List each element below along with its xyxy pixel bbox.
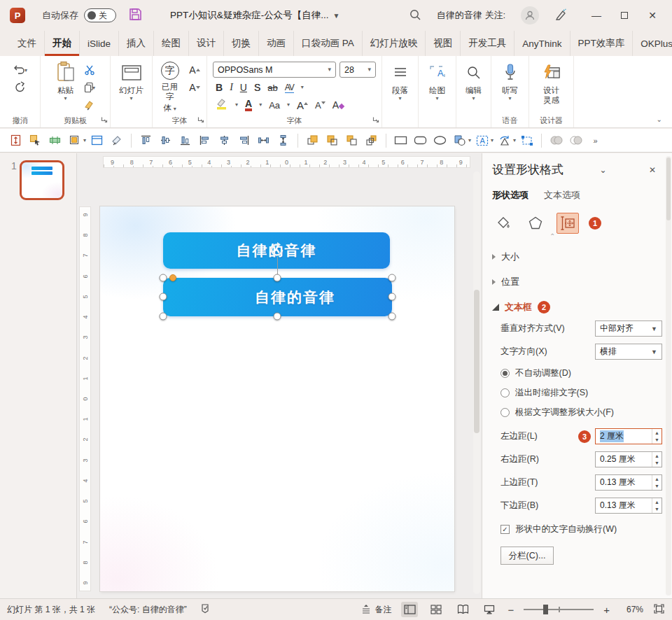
align-bottom-icon[interactable]: [176, 132, 194, 149]
shapes-dropdown-icon[interactable]: ▾: [468, 137, 471, 143]
selection-handle[interactable]: [388, 313, 396, 320]
bottom-margin-input[interactable]: 0.13 厘米 ▲▼: [595, 498, 662, 514]
slide-thumbnail[interactable]: [20, 160, 64, 200]
notes-collapse-icon[interactable]: [360, 604, 372, 616]
align-right-icon[interactable]: [235, 132, 253, 149]
font-name-combo[interactable]: OPPOSans M▾: [213, 62, 336, 78]
columns-button[interactable]: 分栏(C)...: [500, 547, 554, 565]
spinner-arrows-icon[interactable]: ▲▼: [652, 498, 662, 513]
collapse-ribbon-icon[interactable]: ⌄: [657, 115, 662, 123]
bold-button[interactable]: B: [216, 82, 223, 93]
font-color-button[interactable]: A: [245, 99, 252, 111]
selection-handle[interactable]: [160, 293, 167, 301]
bring-to-front-icon[interactable]: [323, 132, 341, 149]
slideshow-view-button[interactable]: [481, 602, 498, 617]
left-margin-input[interactable]: 2 厘米 ▲▼: [595, 428, 662, 444]
title-dropdown-icon[interactable]: ▼: [333, 12, 340, 20]
distribute-shape-icon[interactable]: [46, 132, 64, 149]
panel-close-icon[interactable]: ✕: [643, 165, 662, 175]
text-direction-dropdown[interactable]: 横排▼: [595, 344, 662, 360]
used-fonts-button[interactable]: 字 已用字 体 ▾: [155, 59, 184, 115]
canvas-vertical-scrollbar[interactable]: [473, 171, 480, 594]
account-text[interactable]: 自律的音律 关注:: [437, 9, 505, 22]
format-painter-icon[interactable]: [80, 98, 99, 112]
text-box-icon[interactable]: A: [473, 132, 491, 149]
shrink-font-small-button[interactable]: A: [186, 80, 204, 94]
size-properties-icon[interactable]: [556, 213, 579, 234]
close-button[interactable]: ✕: [638, 3, 666, 27]
merge-shapes-intersect-icon[interactable]: [567, 132, 584, 149]
used-fonts-dialog-launcher-icon[interactable]: [197, 115, 204, 125]
redo-button[interactable]: [11, 80, 29, 94]
highlight-color-button[interactable]: [216, 98, 228, 112]
rotate-handle-icon[interactable]: [269, 241, 286, 258]
font-size-combo[interactable]: 28▾: [340, 62, 376, 78]
tab-slideshow[interactable]: 幻灯片放映: [363, 31, 426, 56]
right-margin-input[interactable]: 0.25 厘米 ▲▼: [595, 451, 662, 467]
grow-font-small-button[interactable]: A: [186, 63, 204, 77]
shapes-gallery-icon[interactable]: [451, 132, 468, 149]
zoom-slider-thumb[interactable]: [543, 605, 548, 614]
italic-button[interactable]: I: [230, 82, 233, 93]
tab-file[interactable]: 文件: [10, 31, 45, 56]
tab-anythink[interactable]: AnyThink: [514, 31, 570, 56]
tab-pocket-animation[interactable]: 口袋动画 PA: [294, 31, 363, 56]
panel-scrollbar[interactable]: [666, 156, 671, 596]
distribute-horizontal-icon[interactable]: [255, 132, 272, 149]
drawing-button[interactable]: A 绘图 ▾: [426, 59, 449, 115]
fill-line-icon[interactable]: [492, 213, 514, 234]
strikethrough-button[interactable]: ab: [267, 83, 277, 93]
tab-draw[interactable]: 绘图: [154, 31, 189, 56]
reading-view-button[interactable]: [454, 602, 471, 617]
selection-handle[interactable]: [274, 274, 281, 282]
case-dropdown-icon[interactable]: ▾: [287, 102, 290, 108]
tab-developer[interactable]: 开发工具: [461, 31, 514, 56]
avatar[interactable]: [521, 6, 539, 24]
grow-font-button[interactable]: A: [297, 99, 308, 111]
paragraph-button[interactable]: 段落 ▾: [389, 59, 411, 115]
distribute-vertical-icon[interactable]: [274, 132, 292, 149]
wrap-text-checkbox[interactable]: ✓ 形状中的文字自动换行(W): [492, 523, 662, 535]
tab-animations[interactable]: 动画: [259, 31, 294, 56]
rotate-shape-icon[interactable]: [496, 132, 513, 149]
radio-resize-shape[interactable]: 根据文字调整形状大小(F): [492, 407, 662, 418]
copy-icon[interactable]: ▾: [80, 80, 99, 94]
radio-no-autofit[interactable]: 不自动调整(D): [492, 367, 662, 379]
tab-view[interactable]: 视图: [426, 31, 461, 56]
text-box-dropdown-icon[interactable]: ▾: [491, 137, 493, 143]
panel-tab-shape-options[interactable]: 形状选项: [492, 189, 528, 202]
effects-icon[interactable]: [524, 213, 547, 234]
clear-formatting-button[interactable]: A: [332, 99, 344, 111]
top-margin-input[interactable]: 0.13 厘米 ▲▼: [595, 474, 662, 491]
autosave-toggle[interactable]: 关: [84, 8, 116, 22]
toolbar-overflow-icon[interactable]: »: [587, 132, 604, 149]
panel-collapse-icon[interactable]: ⌄: [593, 165, 612, 175]
highlight-dropdown-icon[interactable]: ▾: [235, 102, 238, 108]
document-title[interactable]: PPT小知识&疑难杂症-公众号【自律...: [170, 9, 329, 22]
font-dialog-launcher-icon[interactable]: [372, 115, 379, 125]
tab-home[interactable]: 开始: [45, 31, 80, 56]
character-spacing-button[interactable]: AV: [285, 83, 294, 93]
save-icon[interactable]: [129, 8, 142, 23]
section-position[interactable]: 位置: [492, 276, 662, 288]
inking-pen-icon[interactable]: [554, 8, 567, 23]
underline-button[interactable]: U: [240, 82, 247, 93]
tab-design[interactable]: 设计: [189, 31, 224, 56]
fit-height-icon[interactable]: [7, 132, 24, 149]
search-icon[interactable]: [409, 8, 421, 23]
spinner-arrows-icon[interactable]: ▲▼: [652, 429, 662, 444]
normal-view-button[interactable]: [401, 602, 418, 617]
tab-ppt-library[interactable]: PPT效率库: [570, 31, 634, 56]
tab-islide[interactable]: iSlide: [80, 31, 119, 56]
tab-insert[interactable]: 插入: [119, 31, 154, 56]
zoom-percentage[interactable]: 67%: [620, 605, 643, 614]
send-backward-icon[interactable]: [343, 132, 360, 149]
merge-shapes-union-icon[interactable]: [547, 132, 565, 149]
selection-handle[interactable]: [388, 293, 396, 301]
spellcheck-icon[interactable]: [201, 603, 211, 616]
radio-shrink-text[interactable]: 溢出时缩排文字(S): [492, 387, 662, 399]
section-textbox[interactable]: 文本框 2: [492, 301, 662, 313]
dictate-button[interactable]: 听写 ▾: [499, 59, 521, 115]
zoom-slider[interactable]: [524, 605, 594, 614]
align-left-icon[interactable]: [196, 132, 214, 149]
